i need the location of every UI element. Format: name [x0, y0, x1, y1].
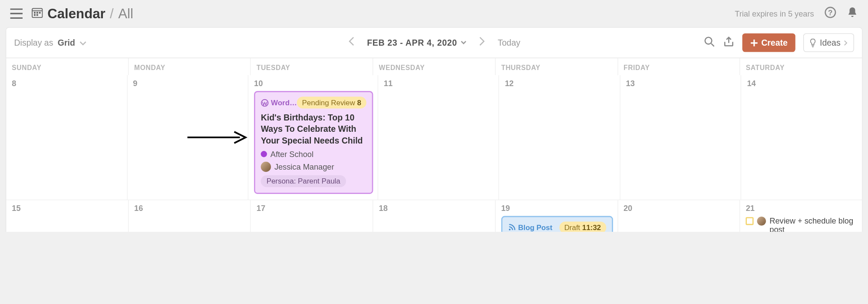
rss-icon — [508, 224, 516, 231]
day-cell[interactable]: 17 — [251, 200, 373, 232]
week-row: 8 9 10 Word… Pending Review 8 Kid' — [6, 75, 862, 200]
trial-status: Trial expires in 5 years — [735, 9, 814, 18]
day-number: 20 — [624, 204, 735, 213]
display-as-selector[interactable]: Display as Grid — [14, 38, 86, 47]
display-as-value: Grid — [58, 38, 75, 47]
day-cell[interactable]: 14 — [741, 75, 862, 200]
lightbulb-icon — [810, 38, 817, 47]
day-cell[interactable]: 15 — [6, 200, 129, 232]
author-name: Jessica Manager — [274, 162, 334, 171]
ideas-button[interactable]: Ideas — [803, 33, 854, 52]
day-header: SUNDAY — [12, 64, 123, 72]
day-cell[interactable]: 19 Blog Post Draft 11:32 Special Olympic… — [495, 200, 618, 232]
calendar-grid: SUNDAY MONDAY TUESDAY WEDNESDAY THURSDAY… — [6, 58, 862, 232]
persona-chip: Persona: Parent Paula — [261, 175, 346, 187]
status-chip: Draft 11:32 — [559, 221, 606, 232]
card-author: Jessica Manager — [261, 161, 366, 171]
card-type-chip: Blog Post — [508, 223, 552, 232]
create-button[interactable]: Create — [742, 33, 795, 52]
day-number: 19 — [501, 204, 613, 213]
avatar — [261, 161, 271, 171]
day-header: WEDNESDAY — [379, 64, 491, 72]
menu-icon[interactable] — [10, 9, 23, 19]
week-row: 15 16 17 18 19 Blog Post Draft 11:32 Spe… — [6, 200, 862, 232]
day-number: 13 — [626, 79, 736, 88]
day-number: 12 — [505, 79, 615, 88]
day-cell[interactable]: 18 — [373, 200, 496, 232]
status-chip: Pending Review 8 — [297, 97, 366, 108]
page-title: Calendar — [47, 6, 106, 21]
breadcrumb: Calendar / All — [47, 6, 133, 21]
day-number: 8 — [12, 79, 122, 88]
day-number: 21 — [746, 204, 858, 213]
chevron-right-icon — [844, 40, 848, 46]
day-number: 9 — [133, 79, 243, 88]
day-cell[interactable]: 13 — [620, 75, 742, 200]
day-cell[interactable]: 12 — [499, 75, 620, 200]
bell-icon[interactable] — [847, 6, 858, 21]
card-type-label: Blog Post — [518, 223, 552, 232]
svg-rect-2 — [36, 12, 38, 13]
content-card[interactable]: Blog Post Draft 11:32 Special Olympics T… — [501, 216, 613, 232]
tag-label: After School — [271, 150, 314, 159]
today-button[interactable]: Today — [498, 38, 520, 47]
page-subtitle[interactable]: All — [118, 6, 133, 21]
date-range-selector[interactable]: FEB 23 - APR 4, 2020 — [367, 38, 466, 47]
display-as-label: Display as — [14, 38, 53, 47]
svg-rect-1 — [34, 12, 36, 13]
card-tag: After School — [261, 150, 366, 159]
svg-rect-4 — [34, 14, 36, 16]
next-period-button[interactable] — [479, 36, 485, 49]
day-number: 18 — [379, 204, 491, 213]
day-cell[interactable]: 8 — [6, 75, 127, 200]
ideas-label: Ideas — [820, 38, 841, 47]
card-type-chip: Word… — [261, 98, 297, 107]
day-header: TUESDAY — [257, 64, 368, 72]
chevron-down-icon — [460, 41, 466, 45]
chevron-down-icon — [79, 38, 86, 47]
content-card[interactable]: Word… Pending Review 8 Kid's Birthdays: … — [254, 91, 373, 194]
status-time: 11:32 — [582, 223, 601, 232]
day-cell[interactable]: 20 — [618, 200, 740, 232]
day-cell[interactable]: 11 — [378, 75, 499, 200]
card-type-label: Word… — [271, 98, 297, 107]
day-number: 14 — [747, 79, 857, 88]
date-range-text: FEB 23 - APR 4, 2020 — [367, 38, 457, 47]
help-icon[interactable]: ? — [824, 6, 837, 21]
day-cell[interactable]: 9 — [127, 75, 248, 200]
day-header-row: SUNDAY MONDAY TUESDAY WEDNESDAY THURSDAY… — [6, 58, 862, 75]
day-header: MONDAY — [134, 64, 246, 72]
svg-rect-3 — [39, 12, 41, 13]
day-number: 15 — [12, 204, 123, 213]
status-time: 8 — [357, 98, 361, 107]
status-label: Pending Review — [302, 98, 355, 107]
day-cell[interactable]: 16 — [129, 200, 251, 232]
card-title: Kid's Birthdays: Top 10 Ways To Celebrat… — [261, 112, 366, 146]
status-label: Draft — [564, 223, 580, 232]
prev-period-button[interactable] — [348, 36, 355, 49]
day-number: 10 — [254, 79, 373, 88]
svg-point-8 — [705, 37, 712, 44]
wordpress-icon — [261, 99, 269, 107]
day-number: 16 — [134, 204, 246, 213]
color-dot — [261, 151, 267, 157]
search-icon[interactable] — [704, 36, 715, 50]
checkbox-icon[interactable] — [746, 217, 754, 225]
breadcrumb-separator: / — [110, 6, 114, 21]
calendar-icon — [32, 7, 43, 20]
create-label: Create — [761, 38, 788, 47]
task-item[interactable]: Review + schedule blog post — [746, 216, 858, 232]
day-cell[interactable]: 21 Review + schedule blog post — [740, 200, 862, 232]
day-header: THURSDAY — [501, 64, 613, 72]
svg-point-11 — [509, 229, 511, 231]
plus-icon — [750, 39, 758, 47]
share-icon[interactable] — [723, 36, 734, 50]
day-number: 11 — [384, 79, 494, 88]
day-header: SATURDAY — [746, 64, 858, 72]
task-text: Review + schedule blog post — [769, 216, 857, 232]
day-number: 17 — [257, 204, 368, 213]
svg-text:?: ? — [828, 9, 832, 17]
day-header: FRIDAY — [624, 64, 735, 72]
avatar — [757, 217, 766, 226]
day-cell[interactable]: 10 Word… Pending Review 8 Kid's Birthday… — [248, 75, 378, 200]
